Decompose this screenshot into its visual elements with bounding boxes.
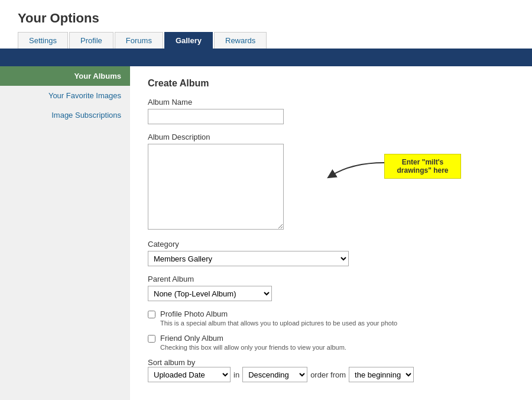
album-desc-textarea[interactable] bbox=[148, 144, 284, 230]
sort-from-select[interactable]: the beginning the end bbox=[349, 367, 414, 382]
tab-rewards[interactable]: Rewards bbox=[214, 32, 267, 49]
album-name-group: Album Name bbox=[148, 98, 514, 124]
page-title: Your Options bbox=[18, 11, 514, 26]
sort-in-label: in bbox=[233, 370, 239, 379]
friend-only-label: Friend Only Album bbox=[160, 334, 346, 343]
category-label: Category bbox=[148, 240, 514, 249]
nav-tabs: Settings Profile Forums Gallery Rewards bbox=[18, 32, 514, 49]
callout-text: Enter "milt's drawings" here bbox=[397, 158, 448, 175]
sidebar: Your Albums Your Favorite Images Image S… bbox=[0, 66, 130, 400]
profile-photo-label: Profile Photo Album bbox=[160, 309, 397, 318]
page-wrapper: Your Options Settings Profile Forums Gal… bbox=[0, 0, 532, 400]
content-area: Create Album Album Name Album Descriptio… bbox=[130, 66, 532, 400]
sidebar-item-image-subscriptions[interactable]: Image Subscriptions bbox=[0, 105, 130, 125]
friend-only-desc: Checking this box will allow only your f… bbox=[160, 344, 346, 351]
sort-row: Uploaded Date Name Date Added in Descend… bbox=[148, 367, 514, 382]
sort-by-select[interactable]: Uploaded Date Name Date Added bbox=[148, 367, 231, 382]
category-group: Category Members Gallery bbox=[148, 240, 514, 266]
album-name-label: Album Name bbox=[148, 98, 514, 107]
blue-banner bbox=[0, 49, 532, 66]
profile-photo-desc: This is a special album that allows you … bbox=[160, 320, 397, 327]
album-name-input[interactable] bbox=[148, 109, 284, 124]
page-header: Your Options Settings Profile Forums Gal… bbox=[0, 0, 532, 49]
parent-album-select[interactable]: None (Top-Level Album) bbox=[148, 286, 272, 301]
section-title: Create Album bbox=[148, 78, 514, 89]
tab-forums[interactable]: Forums bbox=[115, 32, 163, 49]
parent-album-label: Parent Album bbox=[148, 275, 514, 283]
tab-settings[interactable]: Settings bbox=[18, 32, 68, 49]
sort-group: Sort album by Uploaded Date Name Date Ad… bbox=[148, 358, 514, 382]
main-content: Your Albums Your Favorite Images Image S… bbox=[0, 66, 532, 400]
sort-order-select[interactable]: Descending Ascending bbox=[242, 367, 307, 382]
sort-label: Sort album by bbox=[148, 358, 512, 367]
friend-only-row: Friend Only Album Checking this box will… bbox=[148, 334, 514, 351]
album-desc-label: Album Description bbox=[148, 133, 514, 141]
sidebar-item-favorite-images[interactable]: Your Favorite Images bbox=[0, 86, 130, 105]
sidebar-item-your-albums[interactable]: Your Albums bbox=[0, 66, 130, 86]
profile-photo-checkbox[interactable] bbox=[148, 311, 155, 318]
sort-order-from-label: order from bbox=[310, 370, 346, 379]
tab-profile[interactable]: Profile bbox=[69, 32, 113, 49]
tab-gallery[interactable]: Gallery bbox=[164, 32, 213, 49]
category-select[interactable]: Members Gallery bbox=[148, 251, 349, 266]
callout-box: Enter "milt's drawings" here bbox=[384, 154, 461, 179]
friend-only-checkbox[interactable] bbox=[148, 335, 155, 343]
album-desc-group: Album Description bbox=[148, 133, 514, 231]
profile-photo-row: Profile Photo Album This is a special al… bbox=[148, 309, 514, 327]
parent-album-group: Parent Album None (Top-Level Album) bbox=[148, 275, 514, 301]
